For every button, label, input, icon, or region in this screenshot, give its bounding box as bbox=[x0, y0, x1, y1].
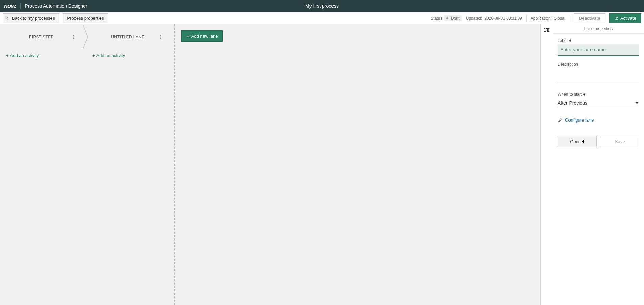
cancel-button[interactable]: Cancel bbox=[558, 136, 597, 147]
when-field-label: When to start ✱ bbox=[558, 92, 639, 97]
add-lane-label: Add new lane bbox=[191, 34, 218, 39]
sub-bar: Back to my processes Process properties … bbox=[0, 12, 644, 24]
updated-value: 2020-08-03 00:31:09 bbox=[484, 16, 522, 21]
process-properties-label: Process properties bbox=[67, 16, 104, 21]
back-button[interactable]: Back to my processes bbox=[3, 13, 59, 23]
plus-icon: + bbox=[6, 53, 9, 58]
description-field-label: Description bbox=[558, 62, 639, 67]
add-activity-button[interactable]: + Add an activity bbox=[92, 53, 125, 58]
chevron-left-icon bbox=[7, 17, 9, 19]
plus-icon: + bbox=[92, 53, 95, 58]
caret-down-icon bbox=[635, 102, 639, 104]
updated-label: Updated: bbox=[466, 16, 482, 21]
save-label: Save bbox=[615, 139, 625, 144]
deactivate-button[interactable]: Deactivate bbox=[574, 13, 605, 23]
activate-label: Activate bbox=[620, 16, 636, 21]
required-icon: ✱ bbox=[568, 39, 572, 43]
svg-point-5 bbox=[546, 31, 547, 32]
publish-icon bbox=[615, 16, 619, 20]
lane-title: UNTITLED LANE bbox=[111, 35, 145, 39]
cancel-label: Cancel bbox=[570, 139, 584, 144]
status-label: Status bbox=[431, 16, 442, 21]
process-properties-button[interactable]: Process properties bbox=[63, 13, 108, 23]
pencil-icon bbox=[558, 118, 562, 123]
lane-title: FIRST STEP bbox=[29, 35, 54, 39]
lane-column[interactable]: FIRST STEP + Add an activity bbox=[0, 24, 86, 305]
svg-point-3 bbox=[547, 29, 548, 31]
main-area: FIRST STEP + Add an activity bbox=[0, 24, 644, 305]
lane-header[interactable]: FIRST STEP bbox=[0, 24, 86, 49]
status-dot-icon bbox=[446, 17, 448, 19]
save-button[interactable]: Save bbox=[601, 136, 640, 147]
deactivate-label: Deactivate bbox=[579, 16, 600, 21]
lane-menu-button[interactable] bbox=[160, 34, 161, 40]
settings-sliders-icon[interactable] bbox=[544, 27, 550, 33]
lane-header[interactable]: UNTITLED LANE bbox=[86, 24, 173, 49]
application-info: Application: Global bbox=[531, 16, 565, 21]
status-info: Status Draft bbox=[431, 15, 461, 21]
process-title: My first process bbox=[305, 3, 339, 9]
lane-description-input[interactable] bbox=[558, 68, 639, 83]
configure-lane-link[interactable]: Configure lane bbox=[558, 117, 594, 123]
svg-point-1 bbox=[545, 28, 546, 29]
status-badge: Draft bbox=[444, 15, 461, 21]
lane-label-input[interactable] bbox=[558, 44, 639, 56]
plus-icon: + bbox=[187, 34, 189, 39]
updated-info: Updated: 2020-08-03 00:31:09 bbox=[466, 16, 522, 21]
status-value: Draft bbox=[451, 16, 460, 21]
activate-button[interactable]: Activate bbox=[609, 13, 641, 23]
canvas[interactable]: FIRST STEP + Add an activity bbox=[0, 24, 540, 305]
configure-lane-label: Configure lane bbox=[565, 117, 594, 123]
when-to-start-value: After Previous bbox=[558, 100, 587, 106]
app-name: Process Automation Designer bbox=[25, 3, 87, 9]
separator bbox=[570, 15, 570, 22]
lane-divider bbox=[174, 24, 175, 305]
add-activity-label: Add an activity bbox=[96, 53, 125, 58]
separator bbox=[526, 15, 527, 22]
add-activity-button[interactable]: + Add an activity bbox=[6, 53, 39, 58]
lane-menu-button[interactable] bbox=[73, 34, 74, 40]
panel-tabs bbox=[541, 24, 553, 305]
panel-title: Lane properties bbox=[553, 24, 644, 34]
required-icon: ✱ bbox=[583, 92, 586, 97]
back-button-label: Back to my processes bbox=[12, 16, 55, 21]
properties-panel: Lane properties Label ✱ Description When… bbox=[540, 24, 644, 305]
label-field-label: Label ✱ bbox=[558, 38, 639, 43]
top-bar: now. Process Automation Designer My firs… bbox=[0, 0, 644, 12]
when-to-start-select[interactable]: After Previous bbox=[558, 98, 639, 108]
add-activity-label: Add an activity bbox=[10, 53, 39, 58]
lane-column[interactable]: UNTITLED LANE + Add an activity bbox=[86, 24, 173, 305]
application-label: Application: bbox=[531, 16, 552, 21]
app-logo: now. bbox=[4, 3, 16, 10]
divider bbox=[20, 3, 21, 9]
add-lane-button[interactable]: + Add new lane bbox=[181, 30, 223, 42]
application-value: Global bbox=[554, 16, 565, 21]
